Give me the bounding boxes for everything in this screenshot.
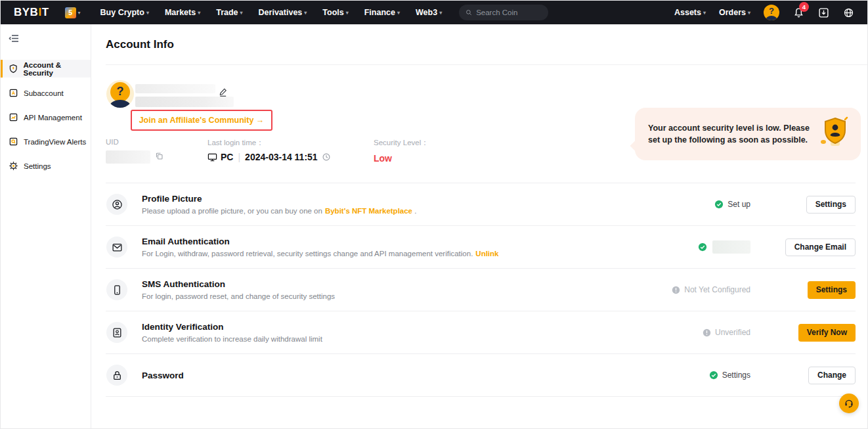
row-description: Please upload a profile picture, or you … bbox=[142, 207, 416, 215]
row-status: Unverified bbox=[645, 328, 750, 337]
security-notice: Your account security level is low. Plea… bbox=[635, 108, 861, 160]
row-title: Email Authentication bbox=[142, 237, 498, 246]
sidebar-item-tradingview-alerts[interactable]: TradingView Alerts bbox=[1, 133, 91, 150]
edit-username-button[interactable] bbox=[218, 87, 228, 100]
nav-item-tools[interactable]: Tools▾ bbox=[322, 8, 348, 17]
search-box[interactable] bbox=[459, 5, 548, 20]
change-email-button[interactable]: Change Email bbox=[785, 238, 856, 256]
row-status: Settings bbox=[645, 371, 750, 380]
pencil-icon bbox=[218, 87, 228, 97]
nav-item-markets[interactable]: Markets▾ bbox=[165, 8, 200, 17]
sidebar-item-settings[interactable]: Settings bbox=[1, 157, 91, 175]
gear-icon bbox=[9, 161, 18, 171]
change-password-button[interactable]: Change bbox=[808, 367, 856, 384]
username-blurred bbox=[135, 84, 215, 93]
chevron-down-icon: ▾ bbox=[304, 10, 307, 16]
row-email-authentication: Email Authentication For Login, withdraw… bbox=[106, 226, 856, 269]
chevron-down-icon: ▾ bbox=[198, 10, 200, 16]
sidebar-item-subaccount[interactable]: A Subaccount bbox=[1, 84, 91, 102]
smartphone-icon bbox=[106, 279, 127, 300]
anniversary-menu[interactable]: 5 ▾ bbox=[56, 7, 81, 18]
separator: | bbox=[238, 152, 240, 162]
row-profile-picture: Profile Picture Please upload a profile … bbox=[106, 183, 856, 226]
notifications-button[interactable]: 4 bbox=[792, 6, 805, 19]
security-shield-icon bbox=[817, 116, 849, 152]
bybit-account-page: BYBIT 5 ▾ Buy Crypto▾ Markets▾ Trade▾ De… bbox=[0, 0, 868, 429]
row-title: Profile Picture bbox=[142, 194, 416, 204]
status-text: Unverified bbox=[715, 328, 750, 337]
nav-item-web3[interactable]: Web3▾ bbox=[416, 8, 442, 17]
clock-icon bbox=[322, 152, 331, 162]
collapse-sidebar-button[interactable] bbox=[9, 34, 20, 44]
nft-marketplace-link[interactable]: Bybit's NFT Marketplace bbox=[325, 207, 412, 215]
login-time: 2024-03-14 11:51 bbox=[245, 152, 318, 162]
id-card-icon bbox=[106, 322, 127, 343]
nav-item-buy-crypto[interactable]: Buy Crypto▾ bbox=[100, 8, 149, 17]
chevron-down-icon: ▾ bbox=[240, 10, 243, 16]
join-affiliate-community-link[interactable]: Join an Affiliate's Community → bbox=[131, 110, 272, 131]
headset-icon bbox=[844, 398, 854, 409]
chevron-down-icon: ▾ bbox=[397, 10, 400, 16]
svg-text:A: A bbox=[12, 91, 15, 95]
chevron-down-icon: ▾ bbox=[146, 10, 149, 16]
chevron-down-icon: ▾ bbox=[439, 10, 442, 16]
profile-picture-settings-button[interactable]: Settings bbox=[806, 196, 856, 214]
nav-item-finance[interactable]: Finance▾ bbox=[364, 8, 400, 17]
nav-item-trade[interactable]: Trade▾ bbox=[216, 8, 242, 17]
notification-badge: 4 bbox=[799, 2, 809, 12]
sidebar-item-label: Account & Security bbox=[24, 61, 91, 77]
sidebar-item-label: API Management bbox=[24, 114, 82, 122]
verify-now-button[interactable]: Verify Now bbox=[798, 324, 856, 342]
support-chat-button[interactable] bbox=[839, 394, 859, 413]
status-text: Not Yet Configured bbox=[684, 285, 750, 294]
bybit-logo[interactable]: BYBIT bbox=[14, 6, 49, 19]
download-app-button[interactable] bbox=[817, 6, 830, 19]
notice-line-2: set up the following as soon as possible… bbox=[648, 134, 814, 146]
security-level-value: Low bbox=[374, 153, 429, 164]
globe-icon bbox=[843, 7, 854, 18]
sidebar-item-label: Settings bbox=[24, 162, 51, 170]
security-settings-list: Profile Picture Please upload a profile … bbox=[106, 183, 856, 397]
row-password: Password Settings Change bbox=[106, 354, 856, 397]
check-circle-icon bbox=[714, 200, 724, 209]
user-avatar[interactable]: ? bbox=[764, 5, 779, 20]
status-text: Set up bbox=[727, 200, 750, 209]
sidebar-item-account-security[interactable]: Account & Security bbox=[1, 60, 91, 78]
row-title: Identity Verification bbox=[142, 322, 322, 332]
security-level-block: Security Level： Low bbox=[374, 138, 429, 164]
nav-item-orders[interactable]: Orders▾ bbox=[719, 8, 750, 17]
nav-item-derivatives[interactable]: Derivatives▾ bbox=[259, 8, 307, 17]
warning-circle-icon bbox=[703, 328, 711, 337]
sidebar: Account & Security A Subaccount API Mana… bbox=[1, 24, 91, 429]
chevron-down-icon: ▾ bbox=[346, 10, 349, 16]
nav-item-assets[interactable]: Assets▾ bbox=[674, 8, 706, 17]
row-description: Complete verification to increase daily … bbox=[142, 335, 322, 343]
sidebar-item-api-management[interactable]: API Management bbox=[1, 108, 91, 126]
subaccount-icon: A bbox=[9, 88, 18, 98]
email-address-blurred bbox=[712, 240, 750, 254]
chevron-down-icon: ▾ bbox=[748, 10, 750, 16]
chevron-down-icon: ▾ bbox=[703, 10, 706, 16]
row-status: Not Yet Configured bbox=[645, 285, 750, 294]
uid-label: UID bbox=[106, 138, 163, 146]
sidebar-item-label: TradingView Alerts bbox=[24, 138, 86, 146]
row-title: Password bbox=[142, 371, 184, 380]
row-description: For Login, withdraw, password retrieval,… bbox=[142, 250, 498, 258]
tradingview-alerts-icon bbox=[9, 137, 18, 147]
menu-fold-icon bbox=[9, 34, 20, 43]
chevron-down-icon: ▾ bbox=[78, 10, 81, 16]
last-login-block: Last login time： PC | 2024-03-14 11:51 bbox=[207, 138, 334, 162]
row-description: For login, password reset, and change of… bbox=[142, 292, 335, 300]
profile-avatar[interactable]: ? bbox=[106, 80, 134, 108]
last-login-label: Last login time： bbox=[207, 138, 334, 148]
unlink-email-link[interactable]: Unlink bbox=[475, 250, 498, 258]
nav-right: Assets▾ Orders▾ ? 4 bbox=[668, 5, 861, 20]
copy-uid-button[interactable] bbox=[155, 151, 163, 163]
lock-icon bbox=[106, 365, 127, 386]
row-status bbox=[645, 240, 750, 254]
search-input[interactable] bbox=[476, 9, 542, 16]
language-button[interactable] bbox=[842, 6, 855, 19]
sms-settings-button[interactable]: Settings bbox=[808, 281, 856, 299]
login-device: PC bbox=[221, 152, 233, 162]
row-sms-authentication: SMS Authentication For login, password r… bbox=[106, 269, 856, 311]
